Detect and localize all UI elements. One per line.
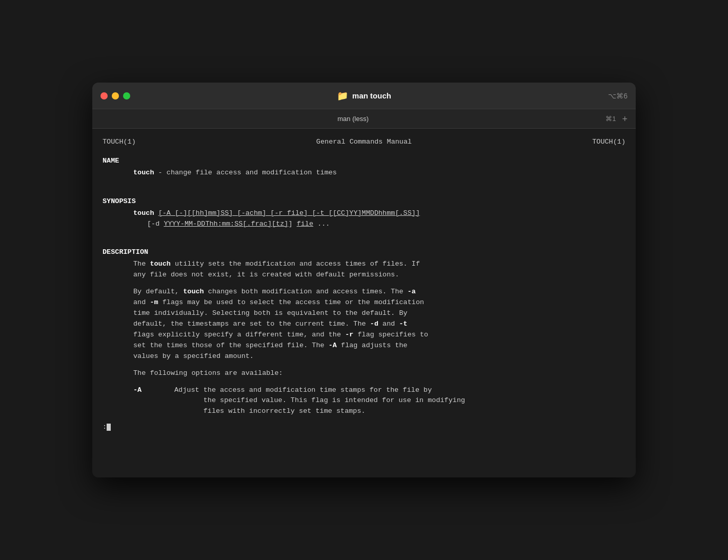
desc-flag-A: -A bbox=[329, 342, 337, 349]
name-content-rest: - change file access and modification ti… bbox=[154, 169, 337, 176]
description-section-title: DESCRIPTION bbox=[103, 247, 625, 258]
desc-para-3: The following options are available: bbox=[103, 368, 625, 379]
synopsis-line2: [-d YYYY-MM-DDThh:mm:SS[.frac][tz]] file… bbox=[103, 219, 625, 230]
minimize-button[interactable] bbox=[112, 92, 119, 99]
name-command-bold: touch bbox=[133, 169, 154, 176]
man-header: TOUCH(1) General Commands Manual TOUCH(1… bbox=[103, 137, 625, 148]
terminal-window: 📁 man touch ⌥⌘6 man (less) ⌘1 + TOUCH(1)… bbox=[92, 83, 636, 477]
desc-para-2: By default, touch changes both modificat… bbox=[103, 287, 625, 362]
desc-flag-r: -r bbox=[345, 331, 353, 338]
window-title: man touch bbox=[352, 91, 391, 100]
synopsis-section-title: SYNOPSIS bbox=[103, 196, 625, 207]
tabbar: man (less) ⌘1 + bbox=[92, 109, 636, 129]
desc-touch-bold-2: touch bbox=[183, 288, 204, 295]
name-section-title: NAME bbox=[103, 156, 625, 167]
option-A-flag: -A bbox=[133, 385, 174, 417]
desc-touch-bold-1: touch bbox=[150, 260, 171, 268]
desc-para-1: The touch utility sets the modification … bbox=[103, 259, 625, 281]
option-A-desc: Adjust the access and modification time … bbox=[174, 385, 625, 417]
desc-flag-m: -m bbox=[150, 298, 158, 306]
header-center: General Commands Manual bbox=[316, 137, 412, 148]
header-left: TOUCH(1) bbox=[103, 137, 136, 148]
synopsis-line1: touch [-A [-][[hh]mm]SS] [-achm] [-r fil… bbox=[103, 208, 625, 219]
new-tab-button[interactable]: + bbox=[622, 114, 628, 124]
synopsis-command: touch bbox=[133, 209, 154, 217]
titlebar-center: 📁 man touch bbox=[337, 90, 391, 102]
desc-flag-d: -d bbox=[370, 320, 378, 328]
window-shortcut: ⌥⌘6 bbox=[608, 92, 628, 100]
desc-flag-t: -t bbox=[399, 320, 408, 328]
terminal-content[interactable]: TOUCH(1) General Commands Manual TOUCH(1… bbox=[92, 129, 636, 477]
cursor bbox=[107, 424, 111, 431]
close-button[interactable] bbox=[100, 92, 108, 99]
tab-shortcut: ⌘1 bbox=[605, 115, 616, 123]
prompt-line: : bbox=[103, 422, 625, 433]
titlebar: 📁 man touch ⌥⌘6 bbox=[92, 83, 636, 109]
name-content: touch - change file access and modificat… bbox=[103, 168, 625, 178]
traffic-lights bbox=[100, 92, 130, 99]
maximize-button[interactable] bbox=[123, 92, 130, 99]
synopsis-args: [-A [-][[hh]mm]SS] [-achm] [-r file] [-t… bbox=[158, 209, 420, 217]
folder-icon: 📁 bbox=[337, 90, 348, 102]
desc-flag-a: -a bbox=[408, 288, 416, 295]
tab-title[interactable]: man (less) bbox=[100, 115, 605, 123]
option-A-row: -A Adjust the access and modification ti… bbox=[103, 385, 625, 417]
header-right: TOUCH(1) bbox=[592, 137, 625, 148]
prompt-char: : bbox=[103, 423, 107, 431]
